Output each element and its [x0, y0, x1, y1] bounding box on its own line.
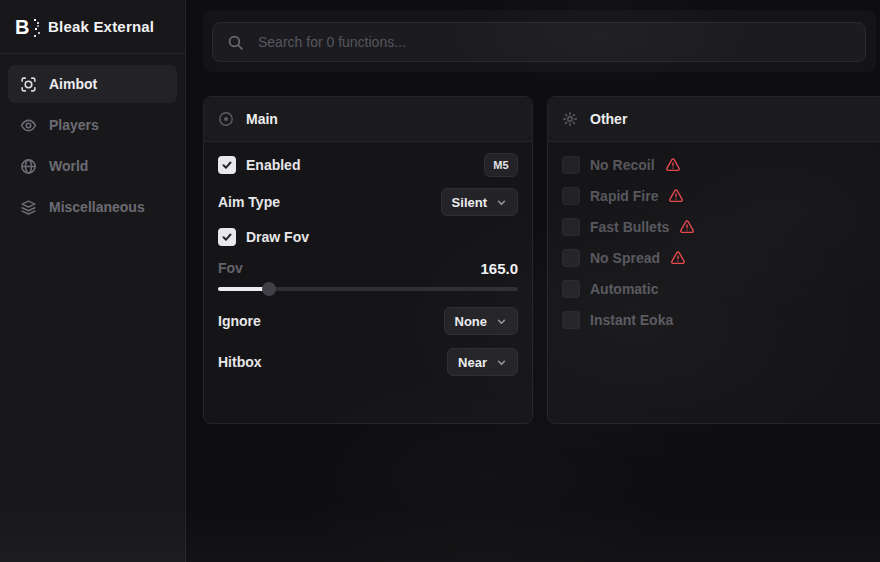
warning-icon [670, 250, 686, 266]
fov-slider-track[interactable] [218, 287, 518, 291]
panel-main-body: Enabled M5 Aim Type Silent Draw Fov [204, 142, 532, 386]
sidebar-header: B Bleak External [0, 0, 185, 54]
app-title: Bleak External [48, 18, 154, 35]
instant-eoka-label: Instant Eoka [590, 312, 673, 328]
draw-fov-checkbox[interactable] [218, 228, 236, 246]
warning-icon [668, 188, 684, 204]
row-enabled: Enabled M5 [218, 152, 518, 178]
search-container [203, 10, 876, 72]
row-no-recoil: No Recoil [562, 152, 873, 178]
sidebar-item-label: Aimbot [49, 76, 97, 92]
ignore-value: None [455, 314, 488, 329]
search-input[interactable] [256, 33, 851, 51]
chevron-down-icon [496, 197, 507, 208]
aim-type-label: Aim Type [218, 194, 280, 210]
app-logo-icon: B [15, 15, 37, 39]
row-instant-eoka: Instant Eoka [562, 307, 873, 333]
row-automatic: Automatic [562, 276, 873, 302]
panel-main-header: Main [204, 97, 532, 142]
warning-icon [679, 219, 695, 235]
ignore-dropdown[interactable]: None [444, 307, 519, 335]
fov-slider [218, 282, 518, 296]
hitbox-value: Near [458, 355, 487, 370]
crosshair-scan-icon [20, 76, 37, 93]
globe-icon [20, 158, 37, 175]
chevron-down-icon [496, 316, 507, 327]
ignore-label: Ignore [218, 313, 261, 329]
row-fov: Fov 165.0 [218, 259, 518, 277]
automatic-label: Automatic [590, 281, 658, 297]
row-no-spread: No Spread [562, 245, 873, 271]
aim-type-dropdown[interactable]: Silent [441, 188, 518, 216]
main-content: Main Enabled M5 Aim Type Silent [186, 0, 880, 562]
fov-value: 165.0 [480, 260, 518, 277]
gear-icon [562, 111, 578, 127]
draw-fov-label: Draw Fov [246, 229, 309, 245]
checkmark-icon [221, 159, 233, 171]
row-aim-type: Aim Type Silent [218, 188, 518, 216]
sidebar-item-label: World [49, 158, 88, 174]
sidebar-item-miscellaneous[interactable]: Miscellaneous [8, 188, 177, 226]
chevron-down-icon [496, 357, 507, 368]
eye-icon [20, 117, 37, 134]
panel-title: Main [246, 111, 278, 127]
instant-eoka-checkbox[interactable] [562, 311, 580, 329]
sidebar: B Bleak External Aimbot Players [0, 0, 186, 562]
sidebar-item-players[interactable]: Players [8, 106, 177, 144]
sidebar-nav: Aimbot Players World [0, 54, 185, 237]
row-rapid-fire: Rapid Fire [562, 183, 873, 209]
sidebar-item-aimbot[interactable]: Aimbot [8, 65, 177, 103]
row-hitbox: Hitbox Near [218, 348, 518, 376]
sidebar-item-label: Players [49, 117, 99, 133]
target-icon [218, 111, 234, 127]
panel-other-body: No Recoil Rapid Fire Fast Bullets [548, 142, 880, 343]
hitbox-label: Hitbox [218, 354, 262, 370]
fov-slider-thumb[interactable] [262, 282, 276, 296]
panel-main: Main Enabled M5 Aim Type Silent [203, 96, 533, 424]
hitbox-dropdown[interactable]: Near [447, 348, 518, 376]
no-spread-checkbox[interactable] [562, 249, 580, 267]
fov-label: Fov [218, 260, 243, 276]
warning-icon [665, 157, 681, 173]
panel-title: Other [590, 111, 627, 127]
row-ignore: Ignore None [218, 307, 518, 335]
panel-other-header: Other [548, 97, 880, 142]
automatic-checkbox[interactable] [562, 280, 580, 298]
search-box[interactable] [212, 22, 866, 62]
aim-type-value: Silent [452, 195, 487, 210]
fast-bullets-checkbox[interactable] [562, 218, 580, 236]
layers-icon [20, 199, 37, 216]
no-spread-label: No Spread [590, 250, 660, 266]
search-icon [227, 34, 244, 51]
rapid-fire-label: Rapid Fire [590, 188, 658, 204]
checkmark-icon [221, 231, 233, 243]
fast-bullets-label: Fast Bullets [590, 219, 669, 235]
enabled-checkbox[interactable] [218, 156, 236, 174]
sidebar-item-label: Miscellaneous [49, 199, 145, 215]
enabled-label: Enabled [246, 157, 300, 173]
row-fast-bullets: Fast Bullets [562, 214, 873, 240]
panel-other: Other No Recoil Rapid Fire Fast Bullets [547, 96, 880, 424]
enabled-keybind-badge[interactable]: M5 [484, 153, 518, 177]
no-recoil-label: No Recoil [590, 157, 655, 173]
rapid-fire-checkbox[interactable] [562, 187, 580, 205]
row-draw-fov: Draw Fov [218, 224, 518, 250]
sidebar-item-world[interactable]: World [8, 147, 177, 185]
no-recoil-checkbox[interactable] [562, 156, 580, 174]
